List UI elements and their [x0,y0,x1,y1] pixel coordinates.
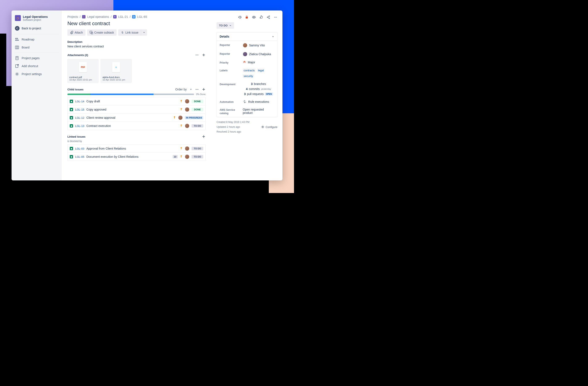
description-label: Description [67,40,206,43]
feedback-icon[interactable] [238,15,242,19]
watch-icon[interactable] [252,15,256,19]
reporter-name[interactable]: Zlatica Chalpuka [249,52,271,56]
chevron-down-icon [229,24,231,27]
attachment-card[interactable]: ≡ alpha-fund.docx 10 Apr 2020 10:01 pm [101,59,132,83]
add-icon[interactable] [202,87,206,91]
configure-button[interactable]: Configure [261,125,277,129]
field-label: Reporter [220,43,240,47]
linked-issues-header: Linked issues [67,135,85,138]
more-icon[interactable] [195,87,199,91]
issue-type-icon [70,155,73,158]
assignee-avatar[interactable] [185,99,189,104]
aws-value[interactable]: Open requested product [243,108,274,115]
project-header: ◷ Legal Operations Software project [12,15,61,24]
automation-value[interactable]: Rule executions [248,100,269,103]
issue-row[interactable]: LGL-15 Copy approved DONE [68,105,205,114]
arrow-left-icon [15,26,20,31]
sidebar-item-add-shortcut[interactable]: Add shortcut [12,62,61,70]
progress-percent: 0% Done [196,93,206,96]
field-label: Priority [220,61,240,64]
orderby-label[interactable]: Order by [175,88,187,91]
issue-title[interactable]: New client contract [67,20,206,26]
attachment-card[interactable]: PDF contract.pdf 10 Apr 2020 10:01 pm [67,59,99,83]
details-header[interactable]: Details [217,32,277,41]
crumb-projects[interactable]: Projects [67,15,78,19]
issue-key[interactable]: LGL-13 [75,124,84,128]
app-window: ◷ Legal Operations Software project Back… [12,10,282,180]
assignee-avatar[interactable] [185,124,189,128]
chevron-down-icon[interactable] [190,88,192,91]
project-title: Legal Operations [23,15,48,19]
assignee-avatar[interactable] [178,116,183,120]
issue-row[interactable]: LGL-13 Contract execution TO DO [68,122,205,130]
create-subtask-button[interactable]: Create subtask [87,29,117,36]
more-icon[interactable] [274,15,277,19]
lock-icon[interactable] [245,16,249,19]
field-reporter-2: Reporter Zlatica Chalpuka [217,50,277,58]
issue-key[interactable]: LGL-12 [75,116,84,119]
content: Projects / ◷ Legal operations / LGL-21 /… [62,10,211,180]
separator: / [130,15,131,19]
crumb-issue[interactable]: LGL-65 [137,15,147,19]
attachments-header-row: Attachments (2) [67,53,206,57]
issue-row[interactable]: LGL-03 Approval from Client Relations TO… [68,145,205,153]
link-issue-button[interactable]: Link issue [118,29,141,36]
sidebar-item-label: Project pages [22,57,40,60]
child-issues-list: LGL-14 Copy draft DONE LGL-15 Copy appro… [67,97,206,130]
attach-button[interactable]: Attach [67,29,85,36]
assignee-avatar[interactable] [185,154,189,159]
status-lozenge[interactable]: TO DO [191,147,203,150]
share-icon[interactable] [267,15,270,19]
status-lozenge[interactable]: DONE [191,108,203,111]
label-chip[interactable]: legal [257,68,265,72]
issue-row[interactable]: LGL-14 Copy draft DONE [68,97,205,105]
field-label: Reporter [220,52,240,55]
status-lozenge[interactable]: IN PROGRESS [185,116,203,119]
issue-key[interactable]: LGL-15 [75,108,84,111]
assignee-avatar[interactable] [185,146,189,151]
svg-rect-20 [246,17,248,19]
issue-type-icon [70,108,73,111]
description-text[interactable]: New client services contract [67,45,206,48]
svg-rect-11 [133,16,134,18]
sidebar-item-project-settings[interactable]: Project settings [12,70,61,78]
status-lozenge[interactable]: TO DO [191,155,203,158]
dev-pullrequests[interactable]: 3pull requestsOPEN [244,92,273,96]
status-lozenge[interactable]: DONE [191,100,203,103]
dev-branches[interactable]: 3branches [251,82,266,86]
more-icon[interactable] [195,53,199,57]
assignee-avatar[interactable] [185,107,189,112]
sidebar-item-project-pages[interactable]: Project pages [12,54,61,62]
priority-value[interactable]: Major [248,61,255,64]
labels-values: contractslegalsecurity [243,68,274,78]
attachment-name: alpha-fund.docx [101,75,131,78]
file-icon: ≡ [112,62,120,72]
issue-key[interactable]: LGL-05 [75,155,84,158]
dev-count: 3 [244,92,246,96]
label-chip[interactable]: security [243,74,254,78]
sidebar-item-board[interactable]: Board [12,43,61,51]
add-icon[interactable] [202,135,206,138]
back-to-project[interactable]: Back to project [12,24,61,33]
crumb-epic[interactable]: LGL-21 [118,15,128,19]
attachments-list: PDF contract.pdf 10 Apr 2020 10:01 pm≡ a… [67,59,206,83]
status-dropdown[interactable]: TO DO [216,22,234,29]
attachment-time: 10 Apr 2020 10:01 pm [68,78,98,81]
aside: TO DO Details Reporter Sammy Vito Report… [211,10,282,180]
svg-point-26 [275,17,276,18]
label-chip[interactable]: contracts [243,68,255,72]
issue-key[interactable]: LGL-03 [75,147,84,150]
sidebar-item-roadmap[interactable]: Roadmap [12,36,61,43]
issue-key[interactable]: LGL-14 [75,100,84,103]
sidebar-item-label: Project settings [22,72,42,76]
reporter-name[interactable]: Sammy Vito [249,44,265,47]
crumb-project[interactable]: Legal operations [87,15,109,19]
vote-icon[interactable] [259,15,263,19]
status-lozenge[interactable]: TO DO [191,124,203,128]
link-issue-dropdown[interactable] [141,29,147,36]
field-label: AWS Service catalog [220,108,240,115]
add-icon[interactable] [202,53,206,57]
issue-row[interactable]: LGL-05 Document execution by Client Rela… [68,153,205,161]
issue-row[interactable]: LGL-12 Client review approval IN PROGRES… [68,114,205,122]
dev-commits[interactable]: 4commitsyesterday [246,87,271,91]
